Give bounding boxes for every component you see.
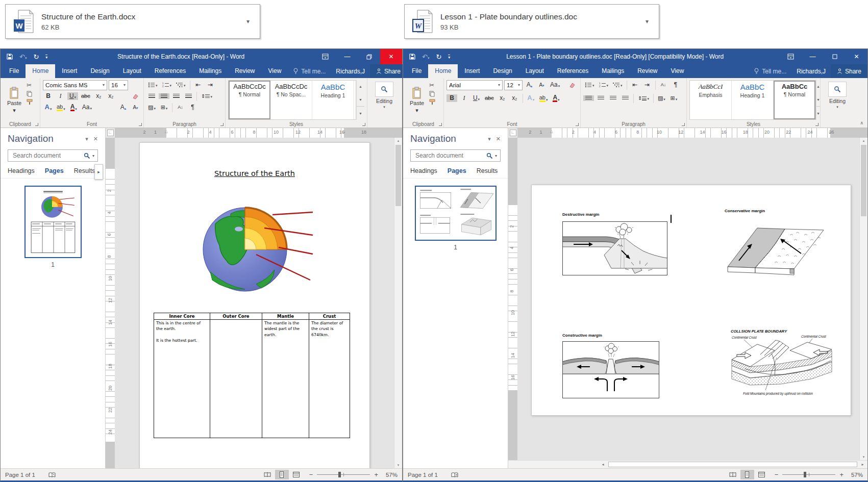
shading-icon[interactable]: ▨▾	[146, 104, 157, 111]
attachment-card-lesson1[interactable]: W Lesson 1 - Plate boundary outlines.doc…	[404, 4, 659, 39]
indent-marker-icon[interactable]: ⌂	[550, 129, 553, 134]
tab-view[interactable]: View	[262, 64, 288, 78]
tab-file[interactable]: File	[3, 64, 26, 78]
attachment-dropdown-caret[interactable]: ▾	[243, 16, 253, 27]
highlight-button[interactable]: ab▾	[538, 94, 550, 103]
change-case-button[interactable]: Aa▾	[549, 81, 561, 89]
style--normal[interactable]: AaBbCcDc¶ Normal	[229, 81, 270, 119]
search-input[interactable]	[414, 151, 486, 160]
superscript-button[interactable]: x2	[106, 92, 116, 100]
editing-label[interactable]: Editing	[376, 98, 392, 104]
font-size-combo[interactable]: 12▾	[504, 80, 523, 90]
font-size-combo[interactable]: 16▾	[109, 80, 128, 90]
tab-references[interactable]: References	[551, 64, 595, 78]
zoom-level[interactable]: 57%	[382, 472, 398, 478]
scroll-right-icon[interactable]: ▸	[859, 461, 866, 468]
align-left-button[interactable]	[146, 93, 157, 99]
show-paragraph-marks-icon[interactable]: ¶	[671, 81, 681, 89]
tab-mailings[interactable]: Mailings	[595, 64, 631, 78]
nav-popout-icon[interactable]: ▸	[94, 164, 103, 180]
indent-marker-icon[interactable]: ⌂	[342, 129, 345, 134]
tab-design[interactable]: Design	[486, 64, 518, 78]
ribbon-display-options-icon[interactable]	[780, 49, 802, 64]
share-button[interactable]: Share	[370, 64, 407, 78]
save-icon[interactable]	[409, 54, 415, 60]
horizontal-scrollbar[interactable]: ◂ ▸	[508, 460, 867, 468]
strikethrough-button[interactable]: abc	[80, 92, 92, 99]
style-heading-1[interactable]: AaBbCHeading 1	[312, 81, 354, 119]
zoom-slider-thumb[interactable]	[804, 472, 806, 477]
paste-button[interactable]: Paste▾	[406, 80, 428, 120]
zoom-in-button[interactable]: +	[839, 471, 844, 478]
shrink-font-button[interactable]: A▾	[536, 82, 547, 88]
close-button[interactable]: ✕	[846, 49, 867, 64]
increase-indent-icon[interactable]: ⇥	[205, 81, 216, 89]
shrink-font-button[interactable]: A▾	[130, 104, 141, 111]
tab-layout[interactable]: Layout	[519, 64, 551, 78]
italic-button[interactable]: I	[459, 94, 469, 102]
zoom-slider[interactable]	[317, 474, 370, 475]
zoom-slider-thumb[interactable]	[338, 472, 341, 477]
font-dialog-launcher[interactable]	[139, 123, 142, 126]
clear-formatting-icon[interactable]	[567, 82, 578, 89]
page-thumbnail[interactable]	[24, 186, 82, 258]
styles-scroll-up-icon[interactable]: ▲	[357, 80, 364, 93]
paste-button[interactable]: Paste▾	[3, 80, 26, 120]
tab-home[interactable]: Home	[26, 64, 55, 78]
bullet-list-icon[interactable]: ▾	[146, 82, 159, 88]
tab-review[interactable]: Review	[228, 64, 261, 78]
tab-insert[interactable]: Insert	[55, 64, 84, 78]
superscript-button[interactable]: x2	[509, 94, 520, 102]
align-left-button[interactable]	[583, 95, 594, 101]
account-name[interactable]: Richards,J	[791, 64, 831, 78]
find-button[interactable]	[375, 82, 393, 97]
navigation-options-caret-icon[interactable]: ▾	[488, 136, 491, 142]
save-icon[interactable]	[7, 54, 13, 60]
close-button[interactable]: ✕	[380, 49, 402, 64]
styles-scroll-down-icon[interactable]: ▼	[816, 93, 820, 106]
text-effects-button[interactable]: A▾	[43, 103, 54, 111]
editing-label[interactable]: Editing	[829, 98, 846, 104]
minimize-button[interactable]: —	[802, 49, 824, 64]
scroll-left-icon[interactable]: ◂	[599, 461, 607, 468]
shading-icon[interactable]: ▨▾	[656, 94, 667, 102]
navigation-close-icon[interactable]: ✕	[93, 136, 98, 142]
editing-caret-icon[interactable]: ▾	[383, 105, 385, 109]
underline-button[interactable]: U▾	[471, 94, 482, 102]
style-heading-1[interactable]: AaBbCHeading 1	[732, 81, 774, 119]
clipboard-dialog-launcher[interactable]	[35, 123, 38, 126]
vertical-scrollbar[interactable]: ▴▾	[394, 138, 402, 468]
paragraph-dialog-launcher[interactable]	[682, 123, 685, 126]
nav-tab-headings[interactable]: Headings	[410, 167, 437, 174]
line-spacing-icon[interactable]: ⇕▾	[636, 95, 651, 102]
share-button[interactable]: Share	[831, 64, 867, 78]
underline-button[interactable]: U▾	[67, 92, 78, 100]
zoom-in-button[interactable]: +	[374, 471, 378, 478]
undo-icon[interactable]: ↶▾	[19, 54, 27, 60]
read-mode-icon[interactable]	[261, 470, 275, 479]
tell-me-box[interactable]: Tell me...	[749, 64, 791, 78]
ribbon-display-options-icon[interactable]	[314, 49, 336, 64]
redo-icon[interactable]: ↻	[33, 54, 39, 60]
zoom-out-button[interactable]: −	[775, 471, 779, 478]
numbered-list-icon[interactable]: 12▾	[161, 82, 173, 88]
style--normal[interactable]: AaBbCc¶ Normal	[774, 81, 815, 119]
account-name[interactable]: Richards,J	[331, 64, 370, 78]
sort-icon[interactable]: A↓	[658, 82, 669, 88]
justify-button[interactable]	[620, 95, 631, 101]
sort-icon[interactable]: A↓	[175, 105, 186, 111]
styles-dialog-launcher[interactable]	[815, 123, 819, 126]
borders-icon[interactable]: ⊞▾	[668, 94, 679, 102]
page-indicator[interactable]: Page 1 of 1	[408, 472, 438, 478]
document-page[interactable]: Structure of the Earth	[139, 142, 370, 468]
undo-icon[interactable]: ↶▾	[422, 54, 429, 60]
find-button[interactable]	[828, 82, 847, 97]
search-icon[interactable]	[84, 153, 90, 159]
bold-button[interactable]: B	[447, 94, 457, 102]
multilevel-list-icon[interactable]: ▾	[175, 82, 187, 88]
indent-marker-icon[interactable]: ⌂	[829, 129, 832, 134]
navigation-options-caret-icon[interactable]: ▾	[85, 136, 88, 142]
align-right-button[interactable]	[608, 95, 618, 101]
decrease-indent-icon[interactable]: ⇤	[630, 81, 640, 89]
paragraph-dialog-launcher[interactable]	[220, 123, 224, 126]
